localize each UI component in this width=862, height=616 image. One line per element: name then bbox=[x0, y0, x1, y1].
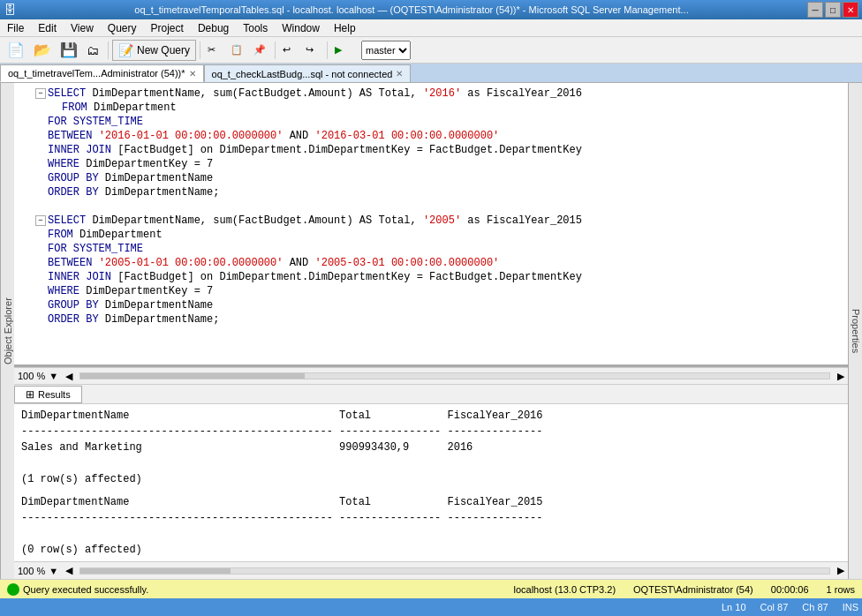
title-bar-controls: ─ □ ✕ bbox=[807, 2, 858, 18]
toolbar-copy[interactable]: 📋 bbox=[227, 40, 248, 61]
status-success-icon bbox=[7, 583, 19, 596]
scroll-left-btn[interactable]: ◀ bbox=[65, 371, 72, 382]
title-bar-icon: 🗄 bbox=[4, 3, 16, 17]
status-bar: Query executed successfully. localhost (… bbox=[0, 579, 862, 598]
toolbar-paste[interactable]: 📌 bbox=[250, 40, 271, 61]
database-selector[interactable]: master bbox=[361, 41, 411, 60]
status-rows: 1 rows bbox=[827, 584, 855, 595]
menu-query[interactable]: Query bbox=[101, 20, 144, 36]
status-time: 00:00:06 bbox=[771, 584, 809, 595]
properties-label: Properties bbox=[851, 309, 861, 353]
code-line-7: GROUP BY DimDepartmentName bbox=[18, 171, 844, 185]
results-header-1: DimDepartmentName Total FiscalYear_2016 bbox=[21, 408, 841, 424]
code-line-6: WHERE DimDepartmentKey = 7 bbox=[18, 157, 844, 171]
copy-icon: 📋 bbox=[231, 44, 243, 56]
close-button[interactable]: ✕ bbox=[843, 2, 858, 18]
collapse-btn-2[interactable]: − bbox=[35, 215, 46, 226]
tab-2-label: oq_t_checkLastBudg...sql - not connected bbox=[212, 69, 393, 79]
code-line-5: INNER JOIN [FactBudget] on DimDepartment… bbox=[18, 143, 844, 157]
tab-2[interactable]: oq_t_checkLastBudg...sql - not connected… bbox=[204, 64, 412, 82]
code-line-15: WHERE DimDepartmentKey = 7 bbox=[18, 284, 844, 298]
bottom-bar: Ln 10 Col 87 Ch 87 INS bbox=[0, 598, 862, 616]
results-divider-1: ----------------------------------------… bbox=[21, 424, 841, 439]
main-area: Object Explorer − SELECT DimDepartmentNa… bbox=[0, 83, 862, 579]
results-tabs-bar: ⊞ Results bbox=[14, 385, 848, 404]
code-line-17: ORDER BY DimDepartmentName; bbox=[18, 312, 844, 327]
results-tab[interactable]: ⊞ Results bbox=[14, 386, 82, 403]
properties-panel[interactable]: Properties bbox=[848, 83, 862, 579]
results-scroll-right[interactable]: ▶ bbox=[837, 565, 844, 576]
code-line-8: ORDER BY DimDepartmentName; bbox=[18, 185, 844, 199]
menu-tools[interactable]: Tools bbox=[236, 20, 275, 36]
tab-1-label: oq_t_timetravelTem...Administrator (54))… bbox=[8, 68, 185, 79]
zoom-dropdown-icon[interactable]: ▼ bbox=[49, 371, 58, 381]
paste-icon: 📌 bbox=[253, 44, 266, 56]
new-query-icon: 📝 bbox=[118, 43, 133, 57]
code-line-1: − SELECT DimDepartmentName, sum(FactBudg… bbox=[18, 86, 844, 101]
results-zoom-dropdown[interactable]: ▼ bbox=[49, 566, 58, 576]
toolbar-save[interactable]: 💾 bbox=[57, 40, 81, 61]
save-all-icon: 🗂 bbox=[87, 43, 99, 57]
open-icon: 📂 bbox=[34, 41, 51, 58]
results-zoom-value: 100 % bbox=[18, 566, 45, 576]
minimize-button[interactable]: ─ bbox=[807, 2, 823, 18]
results-section-1: DimDepartmentName Total FiscalYear_2016 … bbox=[21, 408, 841, 487]
menu-file[interactable]: File bbox=[0, 20, 31, 36]
redo-icon: ↪ bbox=[306, 44, 314, 56]
maximize-button[interactable]: □ bbox=[825, 2, 841, 18]
code-line-3: FOR SYSTEM_TIME bbox=[18, 115, 844, 129]
scroll-right-btn[interactable]: ▶ bbox=[837, 371, 844, 382]
undo-icon: ↩ bbox=[283, 44, 291, 56]
bottom-bar-right: Ln 10 Col 87 Ch 87 INS bbox=[722, 602, 858, 612]
new-file-icon: 📄 bbox=[7, 41, 25, 58]
menu-help[interactable]: Help bbox=[327, 20, 363, 36]
menu-view[interactable]: View bbox=[64, 20, 101, 36]
editor-mode: INS bbox=[843, 602, 858, 612]
object-explorer-panel[interactable]: Object Explorer bbox=[0, 83, 14, 579]
toolbar-save-all[interactable]: 🗂 bbox=[83, 40, 104, 61]
toolbar-cut[interactable]: ✂ bbox=[204, 40, 225, 61]
cursor-col: Col 87 bbox=[760, 602, 789, 612]
results-divider-2: ----------------------------------------… bbox=[21, 510, 841, 526]
code-line-10: − SELECT DimDepartmentName, sum(FactBudg… bbox=[18, 214, 844, 228]
menu-edit[interactable]: Edit bbox=[31, 20, 64, 36]
tab-1[interactable]: oq_t_timetravelTem...Administrator (54))… bbox=[0, 64, 204, 82]
status-user: OQTEST\Administrator (54) bbox=[633, 584, 753, 595]
results-blank-2 bbox=[21, 526, 841, 542]
new-query-label: New Query bbox=[137, 44, 190, 56]
cursor-ln: Ln 10 bbox=[722, 602, 746, 612]
toolbar-sep-3 bbox=[275, 41, 276, 59]
collapse-btn-1[interactable]: − bbox=[35, 88, 46, 99]
title-bar: 🗄 oq_t_timetravelTemporalTables.sql - lo… bbox=[0, 0, 862, 19]
code-line-12: FOR SYSTEM_TIME bbox=[18, 242, 844, 256]
tab-2-close[interactable]: ✕ bbox=[396, 69, 403, 79]
new-query-button[interactable]: 📝 New Query bbox=[112, 40, 196, 61]
menu-debug[interactable]: Debug bbox=[191, 20, 236, 36]
toolbar-open[interactable]: 📂 bbox=[30, 40, 55, 61]
code-editor[interactable]: − SELECT DimDepartmentName, sum(FactBudg… bbox=[14, 83, 848, 367]
status-server: localhost (13.0 CTP3.2) bbox=[514, 584, 616, 595]
title-bar-title: oq_t_timetravelTemporalTables.sql - loca… bbox=[16, 4, 807, 15]
toolbar-new-file[interactable]: 📄 bbox=[4, 40, 28, 61]
code-line-2: FROM DimDepartment bbox=[18, 101, 844, 115]
editor-zoom-value: 100 % bbox=[18, 371, 45, 381]
results-scroll-left[interactable]: ◀ bbox=[65, 565, 72, 576]
code-line-9 bbox=[18, 199, 844, 214]
toolbar-execute[interactable]: ▶ bbox=[331, 40, 352, 61]
tabs-bar: oq_t_timetravelTem...Administrator (54))… bbox=[0, 64, 862, 83]
code-line-14: INNER JOIN [FactBudget] on DimDepartment… bbox=[18, 270, 844, 284]
editor-zoom-bar: 100 % ▼ ◀ ▶ bbox=[14, 367, 848, 385]
code-line-16: GROUP BY DimDepartmentName bbox=[18, 298, 844, 312]
toolbar-sep-1 bbox=[108, 41, 109, 59]
results-content[interactable]: DimDepartmentName Total FiscalYear_2016 … bbox=[14, 404, 848, 561]
menu-project[interactable]: Project bbox=[144, 20, 191, 36]
menu-bar: File Edit View Query Project Debug Tools… bbox=[0, 19, 862, 37]
toolbar-undo[interactable]: ↩ bbox=[279, 40, 300, 61]
toolbar-sep-2 bbox=[200, 41, 200, 59]
toolbar-sep-4 bbox=[327, 41, 328, 59]
tab-1-close[interactable]: ✕ bbox=[189, 69, 196, 79]
menu-window[interactable]: Window bbox=[275, 20, 327, 36]
toolbar-redo[interactable]: ↪ bbox=[302, 40, 323, 61]
results-tab-icon: ⊞ bbox=[26, 388, 34, 401]
code-line-13: BETWEEN '2005-01-01 00:00:00.0000000' AN… bbox=[18, 256, 844, 270]
